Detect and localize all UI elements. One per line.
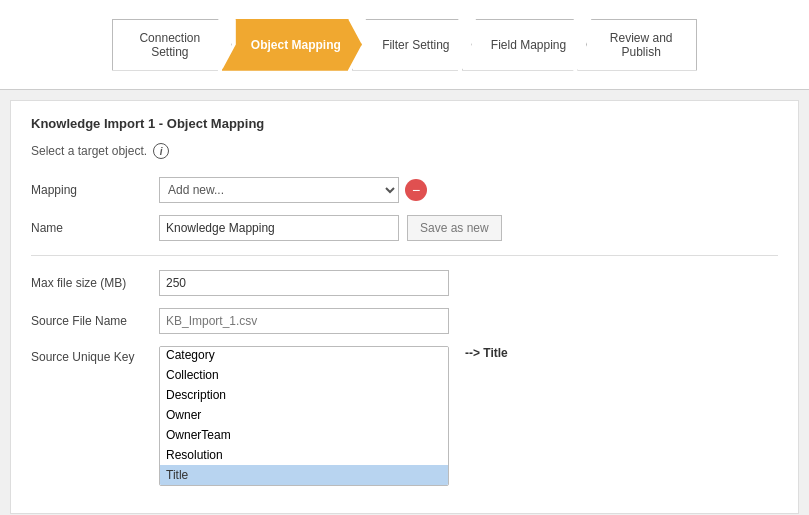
mapping-select[interactable]: Add new... [159, 177, 399, 203]
listbox-option-ownerteam[interactable]: OwnerTeam [160, 425, 448, 445]
divider [31, 255, 778, 256]
listbox-wrap: Category Collection Description Owner Ow… [159, 346, 449, 486]
name-input[interactable] [159, 215, 399, 241]
step-label-filter-setting: Filter Setting [382, 38, 449, 52]
step-object-mapping[interactable]: Object Mapping [222, 19, 362, 71]
subtitle: Select a target object. i [31, 143, 778, 159]
step-label-review-publish: Review andPublish [610, 31, 673, 59]
wizard-nav: ConnectionSetting Object Mapping Filter … [0, 0, 809, 90]
page-title: Knowledge Import 1 - Object Mapping [31, 116, 778, 131]
source-file-name-row: Source File Name [31, 308, 778, 334]
listbox-option-title[interactable]: Title [160, 465, 448, 485]
remove-mapping-button[interactable]: − [405, 179, 427, 201]
source-unique-key-label: Source Unique Key [31, 346, 151, 364]
step-label-field-mapping: Field Mapping [491, 38, 566, 52]
listbox-option-resolution[interactable]: Resolution [160, 445, 448, 465]
listbox-option-category[interactable]: Category [160, 346, 448, 365]
step-label-connection: ConnectionSetting [139, 31, 200, 59]
source-file-name-input[interactable] [159, 308, 449, 334]
mapping-label: Mapping [31, 183, 151, 197]
main-content: Knowledge Import 1 - Object Mapping Sele… [10, 100, 799, 514]
step-filter-setting[interactable]: Filter Setting [352, 19, 472, 71]
max-file-size-label: Max file size (MB) [31, 276, 151, 290]
name-label: Name [31, 221, 151, 235]
source-file-name-label: Source File Name [31, 314, 151, 328]
listbox-option-owner[interactable]: Owner [160, 405, 448, 425]
listbox-option-collection[interactable]: Collection [160, 365, 448, 385]
mapping-select-wrap: Add new... − [159, 177, 427, 203]
arrow-label: --> Title [465, 346, 508, 360]
step-connection-setting[interactable]: ConnectionSetting [112, 19, 232, 71]
max-file-size-input[interactable] [159, 270, 449, 296]
info-icon[interactable]: i [153, 143, 169, 159]
minus-icon: − [412, 183, 420, 197]
subtitle-text: Select a target object. [31, 144, 147, 158]
save-as-new-button[interactable]: Save as new [407, 215, 502, 241]
mapping-row: Mapping Add new... − [31, 177, 778, 203]
source-unique-key-listbox[interactable]: Category Collection Description Owner Ow… [159, 346, 449, 486]
source-unique-key-row: Source Unique Key Category Collection De… [31, 346, 778, 486]
listbox-option-description[interactable]: Description [160, 385, 448, 405]
name-row: Name Save as new [31, 215, 778, 241]
step-label-object-mapping: Object Mapping [251, 38, 341, 52]
step-field-mapping[interactable]: Field Mapping [462, 19, 587, 71]
step-review-publish[interactable]: Review andPublish [577, 19, 697, 71]
max-file-size-row: Max file size (MB) [31, 270, 778, 296]
